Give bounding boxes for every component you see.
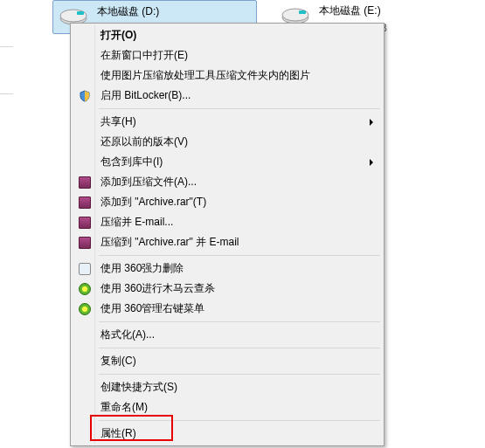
drive-e-label: 本地磁盘 (E:) [319,3,471,21]
menu-share[interactable]: 共享(H) [73,112,382,132]
menu-include-library[interactable]: 包含到库中(I) [73,152,382,172]
menu-add-to-rar[interactable]: 添加到 "Archive.rar"(T) [73,192,382,212]
chevron-right-icon [370,159,373,166]
svg-rect-5 [299,10,306,14]
chevron-right-icon [370,119,373,126]
menu-open[interactable]: 打开(O) [73,25,382,45]
menu-open-new-window[interactable]: 在新窗口中打开(E) [73,45,382,65]
menu-separator [99,108,380,109]
winrar-icon [78,236,92,250]
winrar-icon [78,216,92,230]
menu-separator [99,420,380,421]
menu-format[interactable]: 格式化(A)... [73,325,382,345]
menu-bitlocker[interactable]: 启用 BitLocker(B)... [73,86,382,106]
menu-separator [99,321,380,322]
shield-icon [78,89,92,103]
context-menu: 打开(O) 在新窗口中打开(E) 使用图片压缩放处理工具压缩文件夹内的图片 启用… [70,23,385,446]
drive-d-label: 本地磁盘 (D:) [97,4,249,22]
menu-compress-images[interactable]: 使用图片压缩放处理工具压缩文件夹内的图片 [73,65,382,86]
winrar-icon [78,176,92,190]
winrar-icon [78,196,92,210]
menu-separator [99,374,380,375]
menu-create-shortcut[interactable]: 创建快捷方式(S) [73,377,382,397]
disk-360-icon [78,262,92,276]
menu-rename[interactable]: 重命名(M) [73,397,382,417]
menu-separator [99,348,380,348]
menu-properties[interactable]: 属性(R) [73,424,382,444]
menu-360-trojan[interactable]: 使用 360进行木马云查杀 [73,279,382,299]
menu-360-menu[interactable]: 使用 360管理右键菜单 [73,299,382,319]
green-360-icon [78,302,92,316]
green-360-icon [78,282,92,296]
menu-add-to-archive[interactable]: 添加到压缩文件(A)... [73,172,382,192]
menu-compress-email[interactable]: 压缩并 E-mail... [73,212,382,232]
menu-separator [99,255,380,256]
menu-restore-versions[interactable]: 还原以前的版本(V) [73,132,382,152]
svg-rect-2 [77,11,84,15]
menu-compress-rar-email[interactable]: 压缩到 "Archive.rar" 并 E-mail [73,232,382,252]
menu-360-delete[interactable]: 使用 360强力删除 [73,258,382,279]
menu-copy[interactable]: 复制(C) [73,351,382,371]
